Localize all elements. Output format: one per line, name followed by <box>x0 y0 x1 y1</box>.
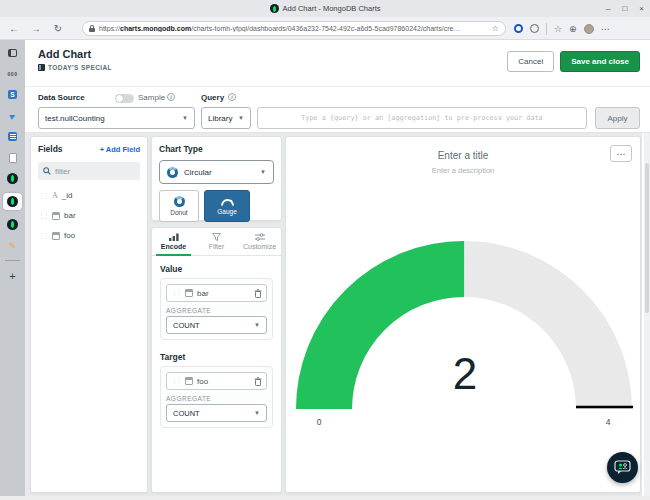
library-dropdown[interactable]: Library▼ <box>201 107 251 129</box>
browser-toolbar: ← → ↻ https://charts.mongodb.com/charts-… <box>0 17 650 40</box>
chevron-down-icon: ▼ <box>260 169 266 175</box>
toolbar-divider <box>546 23 547 35</box>
target-field-chip[interactable]: ⋮⋮ foo <box>166 372 267 390</box>
date-type-icon <box>185 377 193 385</box>
drag-handle-icon[interactable]: ⋮⋮ <box>38 232 48 240</box>
field-filter-input[interactable] <box>55 167 125 176</box>
target-section-title: Target <box>160 352 273 362</box>
datasource-select[interactable]: test.nullCounting▼ <box>38 107 195 129</box>
aggregate-label: AGGREGATE <box>166 395 267 402</box>
search-icon <box>43 167 51 175</box>
page-scrollbar[interactable] <box>644 133 650 500</box>
browser-titlebar: Add Chart - MongoDB Charts – □ × <box>0 0 650 17</box>
string-type-icon: A <box>52 191 58 200</box>
chart-type-select[interactable]: Circular ▼ <box>159 160 274 184</box>
chart-title-placeholder[interactable]: Enter a title <box>286 150 640 161</box>
favorites-star-icon[interactable]: ☆ <box>554 24 562 34</box>
edit-pencil-icon[interactable]: ✎ <box>4 239 21 252</box>
field-item[interactable]: ⋮⋮ bar <box>38 211 140 220</box>
drag-handle-icon[interactable]: ⋮⋮ <box>38 212 48 220</box>
close-button[interactable]: × <box>639 4 644 13</box>
document-icon[interactable] <box>4 151 21 164</box>
trash-icon[interactable] <box>254 377 262 386</box>
mongodb-tab-icon-active[interactable] <box>3 193 22 210</box>
mongodb-favicon <box>270 4 279 13</box>
funnel-icon <box>212 233 221 241</box>
dashboard-name: TODAY'S SPECIAL <box>48 64 112 71</box>
sample-info-icon[interactable]: i <box>167 93 175 101</box>
drag-handle-icon[interactable]: ⋮⋮ <box>171 289 181 297</box>
tab-encode[interactable]: Encode <box>152 228 195 255</box>
cancel-button[interactable]: Cancel <box>507 51 554 72</box>
mongodb-tab-icon[interactable] <box>4 218 21 231</box>
query-input[interactable] <box>257 107 587 129</box>
back-icon[interactable]: ← <box>6 23 22 34</box>
donut-subtype-button[interactable]: Donut <box>159 190 199 222</box>
date-type-icon <box>52 212 60 220</box>
tab-title-text: Add Chart - MongoDB Charts <box>283 4 381 13</box>
profile-avatar[interactable] <box>584 24 594 34</box>
datasource-label: Data Source <box>38 93 85 102</box>
sidebar-divider <box>5 260 20 261</box>
extension-ring-icon[interactable] <box>514 24 523 33</box>
refresh-icon[interactable]: ↻ <box>50 23 66 34</box>
chart-bars-icon <box>169 233 179 241</box>
target-channel-group: ⋮⋮ foo AGGREGATE COUNT▼ <box>160 366 273 428</box>
chat-bubble-icon <box>614 460 631 475</box>
sliders-icon <box>255 233 265 241</box>
address-bar[interactable]: https://charts.mongodb.com/charts-tomh-y… <box>82 21 506 36</box>
tab-customize[interactable]: Customize <box>238 228 281 255</box>
field-filter-box[interactable] <box>38 162 140 180</box>
browser-tab[interactable]: Add Chart - MongoDB Charts <box>0 4 650 13</box>
field-item[interactable]: ⋮⋮ A _id <box>38 191 140 200</box>
aggregate-label: AGGREGATE <box>166 307 267 314</box>
target-aggregate-select[interactable]: COUNT▼ <box>166 404 267 422</box>
extension-clock-icon[interactable] <box>530 24 539 33</box>
chart-description-placeholder[interactable]: Enter a description <box>286 166 640 175</box>
chart-type-title: Chart Type <box>159 144 274 154</box>
page-header: Add Chart TODAY'S SPECIAL Cancel Save an… <box>25 40 650 86</box>
url-text: https://charts.mongodb.com/charts-tomh-y… <box>99 25 488 32</box>
query-info-icon[interactable]: i <box>228 93 236 101</box>
browser-vertical-tabs: 000 S ▶ ✎ + <box>0 40 25 500</box>
save-and-close-button[interactable]: Save and close <box>560 51 640 72</box>
tab-filter[interactable]: Filter <box>195 228 238 255</box>
sample-toggle[interactable] <box>115 94 134 103</box>
dashboard-icon <box>38 64 45 71</box>
send-icon[interactable]: ▶ <box>4 109 21 122</box>
minimize-button[interactable]: – <box>606 4 610 13</box>
value-aggregate-select[interactable]: COUNT▼ <box>166 316 267 334</box>
s-app-icon[interactable]: S <box>4 88 21 101</box>
datasource-bar: Data Source Sample i Query i test.nullCo… <box>25 86 650 133</box>
drag-handle-icon[interactable]: ⋮⋮ <box>171 377 181 385</box>
binary-list-icon[interactable]: 000 <box>4 67 21 80</box>
value-section-title: Value <box>160 264 273 274</box>
forward-icon[interactable]: → <box>28 23 44 34</box>
maximize-button[interactable]: □ <box>622 4 627 13</box>
browser-menu-icon[interactable]: ⋯ <box>601 24 610 34</box>
date-type-icon <box>185 289 193 297</box>
gauge-min-label: 0 <box>317 417 322 427</box>
fields-title: Fields <box>38 144 63 154</box>
chart-preview-panel: ⋯ Enter a title Enter a description 2 0 … <box>285 136 641 493</box>
mongodb-tab-icon[interactable] <box>4 172 21 185</box>
gauge-subtype-button[interactable]: Gauge <box>204 190 250 222</box>
lock-icon <box>89 25 95 32</box>
drag-handle-icon[interactable]: ⋮⋮ <box>38 192 48 200</box>
filter-app-icon[interactable] <box>4 130 21 143</box>
gauge-chart: 2 0 4 <box>289 241 639 433</box>
add-field-button[interactable]: + Add Field <box>100 145 140 154</box>
web-capture-icon[interactable]: ⊕ <box>569 24 577 34</box>
favorites-settings-icon[interactable]: ☆ <box>492 24 499 33</box>
trash-icon[interactable] <box>254 289 262 298</box>
support-chat-button[interactable] <box>607 452 638 483</box>
chart-menu-button[interactable]: ⋯ <box>610 145 632 162</box>
field-item[interactable]: ⋮⋮ foo <box>38 231 140 240</box>
window-icon[interactable] <box>4 46 21 59</box>
encode-panel: Encode Filter Customize Value ⋮⋮ bar AGG <box>151 227 282 493</box>
value-channel-group: ⋮⋮ bar AGGREGATE COUNT▼ <box>160 278 273 340</box>
apply-button[interactable]: Apply <box>595 107 640 129</box>
new-tab-plus-icon[interactable]: + <box>4 269 21 282</box>
value-field-chip[interactable]: ⋮⋮ bar <box>166 284 267 302</box>
fields-panel: Fields + Add Field ⋮⋮ A _id ⋮⋮ bar ⋮⋮ fo… <box>30 136 148 493</box>
